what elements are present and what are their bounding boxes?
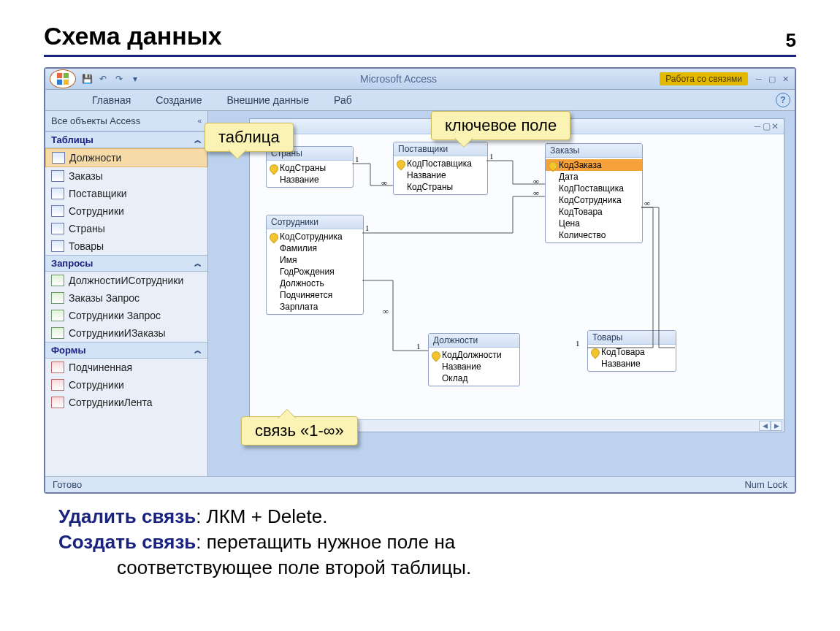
table-icon — [51, 188, 64, 199]
nav-item-query[interactable]: ДолжностиИСотрудники — [45, 272, 207, 289]
query-icon — [51, 292, 64, 304]
nav-item-table[interactable]: Заказы — [45, 167, 207, 185]
nav-section-tables[interactable]: Таблицы︽ — [45, 131, 207, 148]
nav-section-queries[interactable]: Запросы︽ — [45, 255, 207, 272]
ribbon-tab-home[interactable]: Главная — [89, 93, 134, 107]
callout-tablica: таблица — [205, 123, 294, 152]
status-bar: Готово Num Lock — [45, 476, 795, 492]
cardinality-one: 1 — [416, 342, 421, 351]
form-icon — [51, 379, 64, 391]
table-icon — [52, 152, 65, 164]
status-left: Готово — [53, 479, 82, 490]
form-icon — [51, 362, 64, 373]
mdi-minimize-button[interactable]: ─ — [753, 121, 762, 131]
svg-rect-1 — [64, 73, 69, 78]
table-icon — [51, 205, 64, 217]
window-title: Microsoft Access — [142, 73, 655, 85]
page-number: 5 — [786, 29, 796, 52]
cardinality-one: 1 — [576, 339, 580, 348]
nav-section-forms[interactable]: Формы︽ — [45, 342, 207, 359]
query-icon — [51, 275, 64, 286]
cardinality-many: ∞ — [383, 307, 389, 316]
cardinality-many: ∞ — [644, 199, 650, 207]
cardinality-many: ∞ — [533, 177, 539, 186]
collapse-icon[interactable]: « — [197, 117, 202, 125]
nav-item-label: Подчиненная — [69, 362, 132, 373]
nav-item-query[interactable]: Сотрудники Запрос — [45, 307, 207, 324]
quick-access-toolbar: 💾 ↶ ↷ ▾ — [80, 72, 142, 85]
callout-svyaz: связь «1-∞» — [241, 416, 358, 445]
status-numlock: Num Lock — [744, 479, 787, 490]
nav-item-label: Заказы — [69, 170, 103, 182]
ribbon-tab-dbtools[interactable]: Раб — [331, 93, 355, 107]
mdi-close-button[interactable]: ✕ — [771, 121, 779, 131]
notes-block: Удалить связь: ЛКМ + Delete. Создать свя… — [44, 504, 796, 581]
relationship-canvas[interactable]: Страны КодСтраны Название Поставщики Код… — [250, 134, 784, 419]
redo-icon[interactable]: ↷ — [112, 72, 126, 85]
table-icon — [51, 240, 64, 252]
cardinality-one: 1 — [365, 223, 370, 232]
ribbon-context-tab[interactable]: Работа со связями — [660, 72, 748, 85]
nav-item-form[interactable]: Подчиненная — [45, 359, 207, 376]
nav-section-label: Запросы — [51, 258, 93, 269]
nav-item-label: Сотрудники Запрос — [69, 310, 161, 321]
slide-title: Схема данных — [44, 22, 796, 50]
ribbon-tabs: Главная Создание Внешние данные Раб ? — [45, 90, 795, 111]
ribbon-tab-create[interactable]: Создание — [153, 93, 205, 107]
nav-section-label: Формы — [51, 345, 86, 356]
scroll-right-icon[interactable]: ▶ — [771, 421, 782, 431]
query-icon — [51, 310, 64, 321]
cardinality-one: 1 — [489, 152, 494, 161]
nav-item-label: Сотрудники — [69, 379, 124, 391]
svg-rect-0 — [57, 73, 62, 78]
save-icon[interactable]: 💾 — [80, 72, 93, 85]
table-icon — [51, 170, 64, 182]
nav-pane-header[interactable]: Все объекты Access « — [45, 111, 207, 131]
nav-item-label: СотрудникиЛента — [69, 397, 153, 408]
scroll-left-icon[interactable]: ◀ — [759, 421, 771, 431]
office-icon — [56, 72, 69, 85]
maximize-button[interactable]: ▢ — [767, 74, 777, 84]
relationship-lines — [250, 134, 784, 419]
window-controls: ─ ▢ ✕ — [754, 74, 790, 84]
ribbon-tab-external[interactable]: Внешние данные — [224, 93, 312, 107]
qat-dropdown-icon[interactable]: ▾ — [129, 72, 142, 85]
nav-item-query[interactable]: СотрудникиИЗаказы — [45, 324, 207, 342]
nav-item-label: Должности — [69, 152, 121, 164]
nav-item-label: Товары — [69, 240, 104, 252]
mdi-maximize-button[interactable]: ▢ — [762, 121, 771, 131]
nav-item-label: Поставщики — [69, 188, 127, 199]
office-button[interactable] — [50, 69, 76, 88]
chevron-up-icon: ︽ — [194, 259, 202, 269]
undo-icon[interactable]: ↶ — [96, 72, 110, 85]
chevron-up-icon: ︽ — [194, 135, 202, 145]
minimize-button[interactable]: ─ — [754, 74, 764, 84]
nav-item-form[interactable]: СотрудникиЛента — [45, 394, 207, 411]
nav-item-table[interactable]: Должности — [45, 148, 207, 167]
navigation-pane: Все объекты Access « Таблицы︽ Должности … — [45, 111, 208, 476]
close-button[interactable]: ✕ — [780, 74, 790, 84]
nav-section-label: Таблицы — [51, 134, 93, 145]
title-rule — [44, 55, 796, 57]
note-keyword: Удалить связь — [58, 505, 196, 527]
note-text: : ЛКМ + Delete. — [196, 505, 327, 527]
relationships-window: данных ─▢✕ Страны КодСтраны Название — [249, 118, 784, 432]
table-icon — [51, 223, 64, 234]
nav-item-table[interactable]: Страны — [45, 220, 207, 237]
form-icon — [51, 397, 64, 408]
nav-pane-title: Все объекты Access — [51, 115, 140, 126]
nav-item-table[interactable]: Сотрудники — [45, 202, 207, 220]
chevron-up-icon: ︽ — [194, 345, 202, 356]
nav-item-table[interactable]: Поставщики — [45, 185, 207, 202]
query-icon — [51, 327, 64, 339]
cardinality-many: ∞ — [533, 188, 539, 197]
nav-item-label: Заказы Запрос — [69, 292, 140, 304]
nav-item-label: Страны — [69, 223, 105, 234]
window-titlebar: 💾 ↶ ↷ ▾ Microsoft Access Работа со связя… — [45, 69, 795, 90]
nav-item-label: ДолжностиИСотрудники — [69, 275, 183, 286]
cardinality-many: ∞ — [381, 178, 387, 187]
nav-item-query[interactable]: Заказы Запрос — [45, 289, 207, 307]
help-icon[interactable]: ? — [776, 93, 790, 107]
nav-item-table[interactable]: Товары — [45, 237, 207, 255]
nav-item-form[interactable]: Сотрудники — [45, 376, 207, 394]
